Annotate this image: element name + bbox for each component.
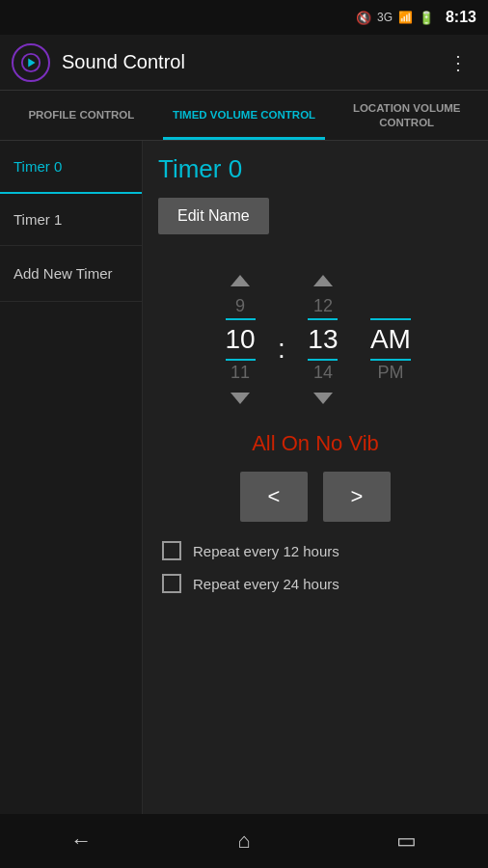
arrow-down-icon bbox=[313, 393, 333, 404]
mute-icon: 🔇 bbox=[356, 11, 371, 25]
nav-buttons: < > bbox=[158, 472, 473, 522]
repeat-12-label: Repeat every 12 hours bbox=[193, 543, 339, 559]
minute-down-button[interactable] bbox=[308, 387, 339, 410]
home-icon: ⌂ bbox=[237, 828, 250, 854]
arrow-up-icon bbox=[313, 275, 333, 286]
back-button[interactable]: ← bbox=[0, 814, 163, 868]
repeat-24-label: Repeat every 24 hours bbox=[193, 576, 339, 592]
timer-name-heading: Timer 0 bbox=[158, 154, 473, 184]
time-separator: : bbox=[274, 334, 289, 365]
status-bar: 🔇 3G 📶 🔋 8:13 bbox=[0, 0, 488, 35]
network-label: 3G bbox=[377, 11, 393, 24]
arrow-up-icon bbox=[230, 275, 250, 286]
tab-timed[interactable]: TIMED VOLUME CONTROL bbox=[163, 91, 326, 140]
sidebar-item-timer0[interactable]: Timer 0 bbox=[0, 141, 142, 194]
edit-name-button[interactable]: Edit Name bbox=[158, 198, 269, 234]
status-icons: 🔇 3G 📶 🔋 8:13 bbox=[356, 9, 476, 26]
signal-icon: 📶 bbox=[398, 11, 413, 24]
minute-current: 13 bbox=[308, 320, 338, 359]
repeat-24-checkbox[interactable] bbox=[162, 574, 181, 593]
recent-button[interactable]: ▭ bbox=[325, 814, 488, 868]
home-button[interactable]: ⌂ bbox=[163, 814, 326, 868]
battery-icon: 🔋 bbox=[419, 11, 434, 25]
ampm-current: AM bbox=[370, 320, 411, 359]
minute-prev: 12 bbox=[313, 292, 333, 320]
repeat-12-row: Repeat every 12 hours bbox=[158, 541, 473, 560]
main-layout: Timer 0 Timer 1 Add New Timer Timer 0 Ed… bbox=[0, 141, 488, 814]
profile-name: All On No Vib bbox=[158, 431, 473, 456]
tab-location[interactable]: LOCATION VOLUME CONTROL bbox=[325, 91, 488, 140]
more-options-icon[interactable]: ⋮ bbox=[441, 47, 476, 78]
sidebar-item-timer1[interactable]: Timer 1 bbox=[0, 194, 142, 246]
hour-current: 10 bbox=[226, 320, 256, 359]
status-time: 8:13 bbox=[446, 9, 476, 26]
content-panel: Timer 0 Edit Name 9 10 11 : bbox=[143, 141, 488, 814]
minute-column: 12 13 14 bbox=[289, 269, 357, 410]
repeat-12-checkbox[interactable] bbox=[162, 541, 181, 560]
repeat-24-row: Repeat every 24 hours bbox=[158, 574, 473, 593]
tabs-container: PROFILE CONTROL TIMED VOLUME CONTROL LOC… bbox=[0, 91, 488, 141]
hour-down-button[interactable] bbox=[225, 387, 256, 410]
back-icon: ← bbox=[70, 828, 92, 854]
time-picker: 9 10 11 : 12 13 14 bbox=[158, 263, 473, 416]
tab-profile[interactable]: PROFILE CONTROL bbox=[0, 91, 163, 140]
next-profile-button[interactable]: > bbox=[323, 472, 391, 522]
app-title: Sound Control bbox=[62, 51, 441, 73]
recent-icon: ▭ bbox=[396, 828, 417, 854]
app-icon bbox=[12, 43, 50, 82]
ampm-other: PM bbox=[377, 359, 403, 387]
prev-profile-button[interactable]: < bbox=[240, 472, 308, 522]
bottom-nav: ← ⌂ ▭ bbox=[0, 814, 488, 868]
minute-up-button[interactable] bbox=[308, 269, 339, 292]
sidebar-item-add-new[interactable]: Add New Timer bbox=[0, 246, 142, 302]
hour-column: 9 10 11 bbox=[206, 269, 274, 410]
sidebar: Timer 0 Timer 1 Add New Timer bbox=[0, 141, 143, 814]
minute-next: 14 bbox=[313, 359, 333, 387]
arrow-down-icon bbox=[230, 393, 250, 404]
hour-next: 11 bbox=[230, 359, 250, 387]
svg-marker-1 bbox=[28, 58, 35, 67]
ampm-column: -- AM PM bbox=[357, 263, 424, 416]
hour-prev: 9 bbox=[235, 292, 245, 320]
app-bar: Sound Control ⋮ bbox=[0, 35, 488, 91]
hour-up-button[interactable] bbox=[225, 269, 256, 292]
